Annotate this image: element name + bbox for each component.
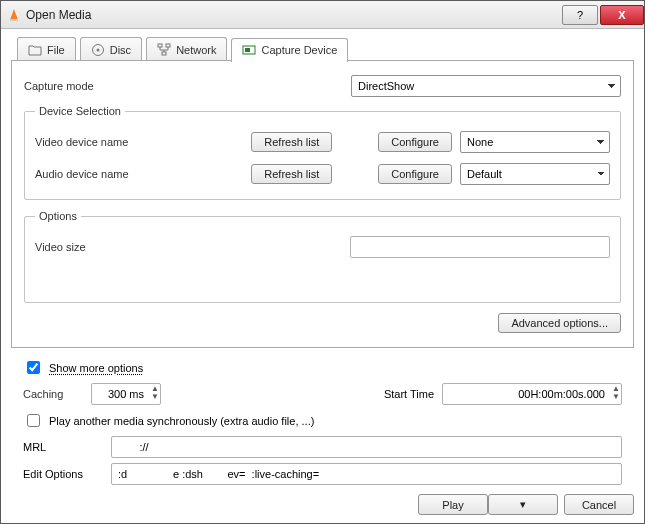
cancel-button[interactable]: Cancel	[564, 494, 634, 515]
tab-capture[interactable]: Capture Device	[231, 38, 348, 62]
audio-configure-button[interactable]: Configure	[378, 164, 452, 184]
start-time-label: Start Time	[384, 388, 434, 400]
svg-marker-0	[10, 9, 18, 20]
video-device-label: Video device name	[35, 136, 175, 148]
capture-panel: Capture mode DirectShow Device Selection…	[11, 60, 634, 348]
play-sync-checkbox[interactable]	[27, 414, 40, 427]
app-icon	[7, 8, 21, 22]
open-media-dialog: Open Media ? X File Disc Network Capture…	[0, 0, 645, 524]
dialog-footer: Play ▾ Cancel	[1, 488, 644, 523]
chevron-down-icon: ▾	[520, 498, 526, 510]
svg-rect-6	[162, 52, 166, 55]
show-more-options-check[interactable]: Show more options	[23, 358, 622, 377]
svg-rect-4	[158, 44, 162, 47]
tab-bar: File Disc Network Capture Device	[11, 37, 634, 61]
svg-point-3	[96, 48, 99, 51]
window-title: Open Media	[26, 8, 560, 22]
device-selection-legend: Device Selection	[35, 105, 125, 117]
video-refresh-button[interactable]: Refresh list	[251, 132, 332, 152]
close-button[interactable]: X	[600, 5, 644, 25]
play-sync-check[interactable]: Play another media synchronously (extra …	[23, 411, 622, 430]
caching-label: Caching	[23, 388, 83, 400]
network-icon	[157, 43, 171, 57]
titlebar: Open Media ? X	[1, 1, 644, 29]
mrl-label: MRL	[23, 441, 103, 453]
capture-mode-select[interactable]: DirectShow	[351, 75, 621, 97]
device-selection-group: Device Selection Video device name Refre…	[24, 105, 621, 200]
tab-file[interactable]: File	[17, 37, 76, 61]
video-device-select[interactable]: None	[460, 131, 610, 153]
show-more-checkbox[interactable]	[27, 361, 40, 374]
audio-refresh-button[interactable]: Refresh list	[251, 164, 332, 184]
svg-rect-1	[10, 19, 18, 21]
options-legend: Options	[35, 210, 81, 222]
help-button[interactable]: ?	[562, 5, 598, 25]
video-configure-button[interactable]: Configure	[378, 132, 452, 152]
tab-network[interactable]: Network	[146, 37, 227, 61]
start-time-spinner[interactable]	[442, 383, 622, 405]
edit-options-label: Edit Options	[23, 468, 103, 480]
play-dropdown-button[interactable]: ▾	[488, 494, 558, 515]
disc-icon	[91, 43, 105, 57]
tab-disc[interactable]: Disc	[80, 37, 142, 61]
show-more-label: Show more options	[49, 362, 143, 374]
spinner-buttons-icon[interactable]: ▲▼	[612, 385, 620, 401]
capture-icon	[242, 43, 256, 57]
video-size-input[interactable]	[350, 236, 610, 258]
audio-device-select[interactable]: Default	[460, 163, 610, 185]
audio-device-label: Audio device name	[35, 168, 175, 180]
mrl-input[interactable]	[111, 436, 622, 458]
svg-rect-5	[166, 44, 170, 47]
capture-mode-label: Capture mode	[24, 80, 164, 92]
advanced-options-button[interactable]: Advanced options...	[498, 313, 621, 333]
spinner-buttons-icon[interactable]: ▲▼	[151, 385, 159, 401]
edit-options-input[interactable]	[111, 463, 622, 485]
options-group: Options Video size	[24, 210, 621, 303]
play-sync-label: Play another media synchronously (extra …	[49, 415, 314, 427]
video-size-label: Video size	[35, 241, 175, 253]
folder-icon	[28, 43, 42, 57]
svg-rect-8	[245, 48, 250, 52]
play-button[interactable]: Play	[418, 494, 488, 515]
